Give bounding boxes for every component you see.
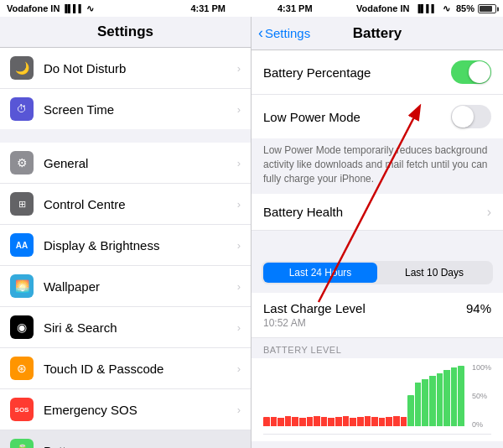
settings-item-emergency-sos[interactable]: SOS Emergency SOS › — [0, 389, 251, 430]
time-right: 4:31 PM — [277, 0, 313, 17]
y-label-0: 0% — [472, 420, 491, 429]
chevron-icon: › — [237, 362, 241, 375]
carrier-right: Vodafone IN — [356, 3, 409, 13]
siri-search-icon: ◉ — [10, 315, 34, 339]
charge-pct: 94% — [466, 301, 491, 315]
settings-item-battery[interactable]: 🔋 Battery › — [0, 430, 251, 448]
battery-panel-title: Battery — [353, 25, 402, 42]
charge-level-section: Last Charge Level 10:52 AM 94% — [252, 293, 503, 338]
settings-title: Settings — [0, 17, 251, 48]
low-power-mode-row[interactable]: Low Power Mode — [252, 95, 503, 138]
general-icon: ⚙ — [10, 151, 34, 175]
battery-pct-right: 85% — [456, 3, 474, 13]
signal-left: ▐▌▌▌ — [62, 4, 84, 13]
wifi-left: ∿ — [86, 3, 94, 14]
battery-panel-header: ‹ Settings Battery — [252, 17, 503, 50]
battery-percentage-toggle[interactable] — [451, 60, 491, 84]
low-power-desc: Low Power Mode temporarily reduces backg… — [252, 138, 503, 194]
wallpaper-label: Wallpaper — [44, 279, 237, 294]
battery-label: Battery — [44, 444, 237, 449]
section-gap — [252, 231, 503, 249]
touch-id-icon: ⊛ — [10, 357, 34, 380]
wifi-right: ∿ — [443, 3, 450, 14]
chevron-icon: › — [237, 103, 241, 116]
signal-right: ▐▌▌▌ — [415, 4, 437, 13]
battery-health-chevron: › — [487, 205, 491, 220]
general-label: General — [44, 156, 237, 170]
emergency-sos-label: Emergency SOS — [44, 403, 237, 417]
battery-level-label: BATTERY LEVEL — [252, 338, 503, 358]
chart-container: 100% 50% 0% — [263, 363, 491, 430]
low-power-mode-label: Low Power Mode — [263, 110, 451, 124]
settings-item-siri-search[interactable]: ◉ Siri & Search › — [0, 307, 251, 348]
battery-percentage-row[interactable]: Battery Percentage — [252, 50, 503, 95]
display-brightness-icon: AA — [10, 233, 34, 257]
charge-time: 10:52 AM — [263, 317, 466, 329]
control-centre-label: Control Centre — [44, 197, 237, 211]
touch-id-label: Touch ID & Passcode — [44, 362, 237, 376]
settings-item-touch-id[interactable]: ⊛ Touch ID & Passcode › — [0, 348, 251, 389]
display-brightness-label: Display & Brightness — [44, 238, 237, 253]
battery-health-row[interactable]: Battery Health › — [252, 194, 503, 231]
battery-panel: ‹ Settings Battery Battery Percentage Lo… — [252, 17, 503, 448]
tab-last-10[interactable]: Last 10 Days — [377, 263, 491, 283]
settings-item-screen-time[interactable]: ⏱ Screen Time › — [0, 89, 251, 129]
time-left: 4:31 PM — [190, 0, 226, 17]
toggle-thumb — [469, 61, 490, 83]
battery-level-chart: 100% 50% 0% — [252, 358, 503, 441]
wallpaper-icon: 🌅 — [10, 274, 34, 298]
time-tabs: Last 24 Hours Last 10 Days — [262, 261, 493, 284]
back-chevron-icon: ‹ — [258, 24, 263, 42]
chevron-icon: › — [237, 321, 241, 334]
screen-time-icon: ⏱ — [10, 97, 34, 121]
y-label-100: 100% — [472, 363, 491, 372]
settings-item-general[interactable]: ⚙ General › — [0, 143, 251, 184]
battery-health-label: Battery Health — [263, 205, 487, 219]
battery-percentage-label: Battery Percentage — [263, 65, 451, 80]
emergency-sos-icon: SOS — [10, 398, 34, 421]
low-power-mode-toggle[interactable] — [451, 105, 491, 128]
charge-label-col: Last Charge Level 10:52 AM — [263, 301, 466, 329]
battery-nav-icon: 🔋 — [10, 439, 34, 448]
settings-item-wallpaper[interactable]: 🌅 Wallpaper › — [0, 266, 251, 307]
siri-search-label: Siri & Search — [44, 320, 237, 335]
back-label: Settings — [265, 26, 310, 40]
battery-percentage-section: Battery Percentage Low Power Mode — [252, 50, 503, 138]
chevron-icon: › — [237, 157, 241, 169]
back-button[interactable]: ‹ Settings — [252, 24, 310, 42]
carrier-left: Vodafone IN — [7, 3, 60, 13]
screen-time-label: Screen Time — [44, 102, 237, 117]
settings-item-control-centre[interactable]: ⊞ Control Centre › — [0, 184, 251, 225]
chevron-icon: › — [237, 198, 241, 211]
chevron-icon: › — [237, 280, 241, 293]
do-not-disturb-label: Do Not Disturb — [44, 61, 237, 76]
section-divider — [0, 129, 251, 143]
settings-item-display-brightness[interactable]: AA Display & Brightness › — [0, 225, 251, 266]
battery-icon-right — [478, 3, 496, 13]
settings-item-do-not-disturb[interactable]: 🌙 Do Not Disturb › — [0, 48, 251, 89]
chart-y-labels: 100% 50% 0% — [472, 363, 491, 429]
chevron-icon: › — [237, 404, 241, 416]
y-label-50: 50% — [472, 392, 491, 400]
control-centre-icon: ⊞ — [10, 192, 34, 216]
toggle-thumb — [452, 106, 474, 128]
chart-bars — [263, 363, 491, 426]
chevron-icon: › — [237, 445, 241, 449]
settings-panel: Settings 🌙 Do Not Disturb › ⏱ Screen Tim… — [0, 17, 252, 448]
chevron-icon: › — [237, 62, 241, 75]
do-not-disturb-icon: 🌙 — [10, 56, 34, 80]
activity-label: ACTIVITY — [252, 441, 503, 448]
chevron-icon: › — [237, 239, 241, 252]
chart-divider — [263, 434, 491, 435]
charge-main-label: Last Charge Level — [263, 301, 466, 315]
tab-last-24[interactable]: Last 24 Hours — [263, 263, 377, 283]
